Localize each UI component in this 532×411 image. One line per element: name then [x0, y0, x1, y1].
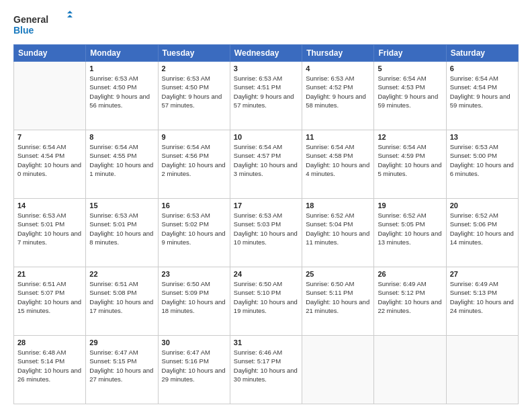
calendar-cell: [446, 336, 518, 404]
day-info: Sunrise: 6:53 AMSunset: 5:01 PMDaylight:…: [89, 211, 154, 246]
day-number: 9: [162, 133, 226, 141]
day-number: 5: [378, 64, 442, 73]
calendar-cell: 4Sunrise: 6:53 AMSunset: 4:52 PMDaylight…: [302, 62, 374, 130]
calendar-cell: 19Sunrise: 6:52 AMSunset: 5:05 PMDayligh…: [374, 199, 446, 267]
calendar-cell: 27Sunrise: 6:49 AMSunset: 5:13 PMDayligh…: [446, 267, 518, 336]
day-number: 15: [89, 201, 154, 210]
logo: General Blue: [13, 11, 74, 38]
weekday-header-thursday: Thursday: [302, 45, 374, 62]
svg-marker-3: [67, 15, 73, 17]
day-info: Sunrise: 6:53 AMSunset: 4:51 PMDaylight:…: [234, 74, 298, 109]
day-info: Sunrise: 6:46 AMSunset: 5:17 PMDaylight:…: [234, 348, 298, 383]
header: General Blue: [13, 11, 519, 38]
logo-svg: General Blue: [13, 11, 74, 38]
day-number: 19: [378, 201, 442, 210]
day-number: 12: [378, 133, 442, 141]
day-info: Sunrise: 6:47 AMSunset: 5:15 PMDaylight:…: [89, 348, 154, 383]
calendar-cell: 29Sunrise: 6:47 AMSunset: 5:15 PMDayligh…: [86, 336, 158, 404]
day-info: Sunrise: 6:52 AMSunset: 5:04 PMDaylight:…: [306, 211, 370, 246]
calendar-cell: 21Sunrise: 6:51 AMSunset: 5:07 PMDayligh…: [14, 267, 86, 336]
calendar-cell: 20Sunrise: 6:52 AMSunset: 5:06 PMDayligh…: [446, 199, 518, 267]
day-info: Sunrise: 6:54 AMSunset: 4:53 PMDaylight:…: [378, 74, 442, 109]
day-number: 27: [450, 270, 515, 278]
calendar-cell: [14, 62, 86, 130]
day-number: 26: [378, 270, 442, 278]
day-info: Sunrise: 6:51 AMSunset: 5:07 PMDaylight:…: [17, 279, 82, 315]
calendar-cell: 17Sunrise: 6:53 AMSunset: 5:03 PMDayligh…: [230, 199, 302, 267]
day-info: Sunrise: 6:50 AMSunset: 5:09 PMDaylight:…: [162, 279, 226, 315]
day-number: 22: [89, 270, 154, 278]
day-number: 14: [17, 201, 82, 210]
day-info: Sunrise: 6:53 AMSunset: 5:03 PMDaylight:…: [234, 211, 298, 246]
day-number: 4: [306, 64, 370, 73]
day-info: Sunrise: 6:52 AMSunset: 5:05 PMDaylight:…: [378, 211, 442, 246]
calendar-cell: 12Sunrise: 6:54 AMSunset: 4:59 PMDayligh…: [374, 130, 446, 199]
day-number: 31: [234, 338, 298, 347]
day-number: 29: [89, 338, 154, 347]
weekday-header-friday: Friday: [374, 45, 446, 62]
calendar-cell: 16Sunrise: 6:53 AMSunset: 5:02 PMDayligh…: [158, 199, 230, 267]
calendar-cell: 5Sunrise: 6:54 AMSunset: 4:53 PMDaylight…: [374, 62, 446, 130]
week-row-1: 7Sunrise: 6:54 AMSunset: 4:54 PMDaylight…: [14, 130, 519, 199]
calendar-cell: 13Sunrise: 6:53 AMSunset: 5:00 PMDayligh…: [446, 130, 518, 199]
calendar-cell: 24Sunrise: 6:50 AMSunset: 5:10 PMDayligh…: [230, 267, 302, 336]
weekday-header-sunday: Sunday: [14, 45, 86, 62]
week-row-2: 14Sunrise: 6:53 AMSunset: 5:01 PMDayligh…: [14, 199, 519, 267]
day-info: Sunrise: 6:53 AMSunset: 5:00 PMDaylight:…: [450, 142, 515, 178]
day-number: 13: [450, 133, 515, 141]
calendar-cell: 26Sunrise: 6:49 AMSunset: 5:12 PMDayligh…: [374, 267, 446, 336]
day-info: Sunrise: 6:48 AMSunset: 5:14 PMDaylight:…: [17, 348, 82, 383]
day-info: Sunrise: 6:53 AMSunset: 4:50 PMDaylight:…: [162, 74, 226, 109]
day-number: 18: [306, 201, 370, 210]
day-info: Sunrise: 6:54 AMSunset: 4:54 PMDaylight:…: [17, 142, 82, 178]
day-info: Sunrise: 6:54 AMSunset: 4:57 PMDaylight:…: [234, 142, 298, 178]
day-info: Sunrise: 6:50 AMSunset: 5:11 PMDaylight:…: [306, 279, 370, 315]
day-info: Sunrise: 6:54 AMSunset: 4:56 PMDaylight:…: [162, 142, 226, 178]
week-row-4: 28Sunrise: 6:48 AMSunset: 5:14 PMDayligh…: [14, 336, 519, 404]
calendar-cell: 15Sunrise: 6:53 AMSunset: 5:01 PMDayligh…: [86, 199, 158, 267]
calendar-table: SundayMondayTuesdayWednesdayThursdayFrid…: [13, 44, 519, 404]
day-number: 28: [17, 338, 82, 347]
day-info: Sunrise: 6:53 AMSunset: 5:01 PMDaylight:…: [17, 211, 82, 246]
calendar-cell: 30Sunrise: 6:47 AMSunset: 5:16 PMDayligh…: [158, 336, 230, 404]
day-number: 10: [234, 133, 298, 141]
svg-marker-2: [67, 11, 73, 13]
day-info: Sunrise: 6:53 AMSunset: 4:52 PMDaylight:…: [306, 74, 370, 109]
day-info: Sunrise: 6:54 AMSunset: 4:59 PMDaylight:…: [378, 142, 442, 178]
calendar-cell: [302, 336, 374, 404]
calendar-cell: 18Sunrise: 6:52 AMSunset: 5:04 PMDayligh…: [302, 199, 374, 267]
week-row-0: 1Sunrise: 6:53 AMSunset: 4:50 PMDaylight…: [14, 62, 519, 130]
day-info: Sunrise: 6:50 AMSunset: 5:10 PMDaylight:…: [234, 279, 298, 315]
svg-text:Blue: Blue: [13, 25, 34, 36]
calendar-cell: 11Sunrise: 6:54 AMSunset: 4:58 PMDayligh…: [302, 130, 374, 199]
calendar-cell: 22Sunrise: 6:51 AMSunset: 5:08 PMDayligh…: [86, 267, 158, 336]
day-number: 23: [162, 270, 226, 278]
day-number: 3: [234, 64, 298, 73]
calendar-cell: 2Sunrise: 6:53 AMSunset: 4:50 PMDaylight…: [158, 62, 230, 130]
weekday-header-monday: Monday: [86, 45, 158, 62]
calendar-cell: 25Sunrise: 6:50 AMSunset: 5:11 PMDayligh…: [302, 267, 374, 336]
day-number: 16: [162, 201, 226, 210]
calendar-cell: 23Sunrise: 6:50 AMSunset: 5:09 PMDayligh…: [158, 267, 230, 336]
day-number: 25: [306, 270, 370, 278]
weekday-header-saturday: Saturday: [446, 45, 518, 62]
day-info: Sunrise: 6:54 AMSunset: 4:58 PMDaylight:…: [306, 142, 370, 178]
day-number: 20: [450, 201, 515, 210]
calendar-cell: 31Sunrise: 6:46 AMSunset: 5:17 PMDayligh…: [230, 336, 302, 404]
day-info: Sunrise: 6:52 AMSunset: 5:06 PMDaylight:…: [450, 211, 515, 246]
calendar-cell: [374, 336, 446, 404]
day-number: 8: [89, 133, 154, 141]
day-info: Sunrise: 6:51 AMSunset: 5:08 PMDaylight:…: [89, 279, 154, 315]
day-info: Sunrise: 6:53 AMSunset: 5:02 PMDaylight:…: [162, 211, 226, 246]
day-info: Sunrise: 6:54 AMSunset: 4:55 PMDaylight:…: [89, 142, 154, 178]
weekday-header-tuesday: Tuesday: [158, 45, 230, 62]
page: General Blue SundayMondayTuesdayWednesda…: [0, 0, 532, 411]
calendar-cell: 9Sunrise: 6:54 AMSunset: 4:56 PMDaylight…: [158, 130, 230, 199]
day-info: Sunrise: 6:49 AMSunset: 5:12 PMDaylight:…: [378, 279, 442, 315]
day-info: Sunrise: 6:47 AMSunset: 5:16 PMDaylight:…: [162, 348, 226, 383]
weekday-header-row: SundayMondayTuesdayWednesdayThursdayFrid…: [14, 45, 519, 62]
calendar-cell: 28Sunrise: 6:48 AMSunset: 5:14 PMDayligh…: [14, 336, 86, 404]
day-number: 2: [162, 64, 226, 73]
weekday-header-wednesday: Wednesday: [230, 45, 302, 62]
calendar-cell: 14Sunrise: 6:53 AMSunset: 5:01 PMDayligh…: [14, 199, 86, 267]
